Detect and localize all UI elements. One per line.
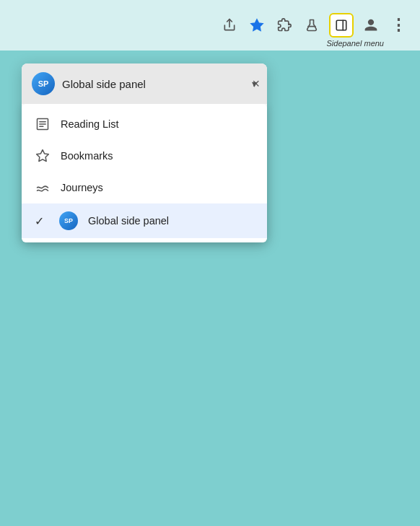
menu-item-reading-list[interactable]: Reading List — [22, 108, 267, 140]
sidepanel-menu-label: Sidepanel menu — [326, 39, 384, 48]
bookmarks-icon — [35, 148, 51, 164]
reading-list-icon — [35, 116, 51, 132]
profile-icon[interactable] — [361, 15, 381, 35]
sidepanel-icon[interactable] — [329, 13, 354, 38]
main-area: SP Global side panel ▾ × Reading List — [0, 51, 420, 526]
global-side-panel-label: Global side panel — [88, 215, 169, 227]
menu-item-bookmarks[interactable]: Bookmarks — [22, 140, 267, 172]
sp-avatar-menu: SP — [59, 211, 78, 230]
reading-list-label: Reading List — [61, 118, 119, 130]
check-mark-icon: ✓ — [35, 214, 48, 228]
menu-item-global-side-panel[interactable]: ✓ SP Global side panel — [22, 203, 267, 238]
panel-title: Global side panel — [62, 78, 245, 90]
svg-marker-1 — [251, 19, 263, 31]
share-icon[interactable] — [219, 15, 240, 35]
menu-item-journeys[interactable]: Journeys — [22, 172, 267, 203]
journeys-label: Journeys — [61, 182, 103, 193]
dropdown-panel: SP Global side panel ▾ × Reading List — [22, 63, 267, 242]
svg-marker-9 — [37, 150, 49, 162]
sp-avatar-header: SP — [32, 72, 55, 95]
svg-rect-3 — [336, 20, 346, 30]
extensions-icon[interactable] — [274, 15, 294, 35]
close-button[interactable]: × — [252, 77, 260, 90]
journeys-icon — [35, 180, 51, 196]
panel-header: SP Global side panel ▾ × — [22, 63, 267, 104]
browser-toolbar: ⋮ Sidepanel menu — [0, 0, 420, 51]
bookmarks-label: Bookmarks — [61, 150, 113, 162]
bookmark-star-icon[interactable] — [247, 15, 267, 35]
more-options-icon[interactable]: ⋮ — [388, 15, 408, 35]
lab-flask-icon[interactable] — [302, 15, 322, 35]
menu-list: Reading List Bookmarks — [22, 104, 267, 242]
